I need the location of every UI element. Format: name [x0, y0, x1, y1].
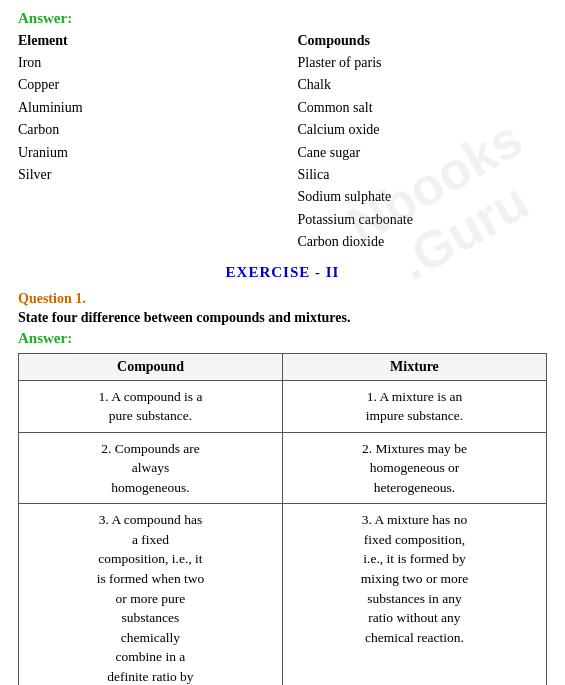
list-item: Silica [298, 164, 548, 186]
list-item: Iron [18, 52, 268, 74]
table-cell-mixture: 2. Mixtures may behomogeneous orheteroge… [282, 432, 546, 504]
list-item: Common salt [298, 97, 548, 119]
compound-header: Compounds [298, 33, 548, 49]
table-header-mixture: Mixture [282, 353, 546, 380]
element-column: Element Iron Copper Aluminium Carbon Ura… [18, 33, 268, 254]
table-cell-mixture: 1. A mixture is animpure substance. [282, 380, 546, 432]
table-row: 3. A compound hasa fixedcomposition, i.e… [19, 504, 547, 685]
list-item: Sodium sulphate [298, 186, 548, 208]
question-text: State four difference between compounds … [18, 310, 547, 326]
list-item: Calcium oxide [298, 119, 548, 141]
list-item: Carbon [18, 119, 268, 141]
list-item: Aluminium [18, 97, 268, 119]
two-col-section: Element Iron Copper Aluminium Carbon Ura… [18, 33, 547, 254]
exercise-title: EXERCISE - II [18, 264, 547, 281]
list-item: Chalk [298, 74, 548, 96]
comparison-table: Compound Mixture 1. A compound is apure … [18, 353, 547, 685]
table-row: 1. A compound is apure substance. 1. A m… [19, 380, 547, 432]
list-item: Uranium [18, 142, 268, 164]
table-cell-compound: 1. A compound is apure substance. [19, 380, 283, 432]
compound-list: Plaster of paris Chalk Common salt Calci… [298, 52, 548, 254]
answer-label-2: Answer: [18, 330, 547, 347]
compound-column: Compounds Plaster of paris Chalk Common … [298, 33, 548, 254]
answer-label-1: Answer: [18, 10, 547, 27]
list-item: Potassium carbonate [298, 209, 548, 231]
list-item: Silver [18, 164, 268, 186]
table-cell-mixture: 3. A mixture has nofixed composition,i.e… [282, 504, 546, 685]
list-item: Plaster of paris [298, 52, 548, 74]
list-item: Copper [18, 74, 268, 96]
table-cell-compound: 2. Compounds arealwayshomogeneous. [19, 432, 283, 504]
table-cell-compound: 3. A compound hasa fixedcomposition, i.e… [19, 504, 283, 685]
question-label: Question 1. [18, 291, 547, 307]
element-header: Element [18, 33, 268, 49]
list-item: Carbon dioxide [298, 231, 548, 253]
element-list: Iron Copper Aluminium Carbon Uranium Sil… [18, 52, 268, 186]
table-header-compound: Compound [19, 353, 283, 380]
table-row: 2. Compounds arealwayshomogeneous. 2. Mi… [19, 432, 547, 504]
list-item: Cane sugar [298, 142, 548, 164]
